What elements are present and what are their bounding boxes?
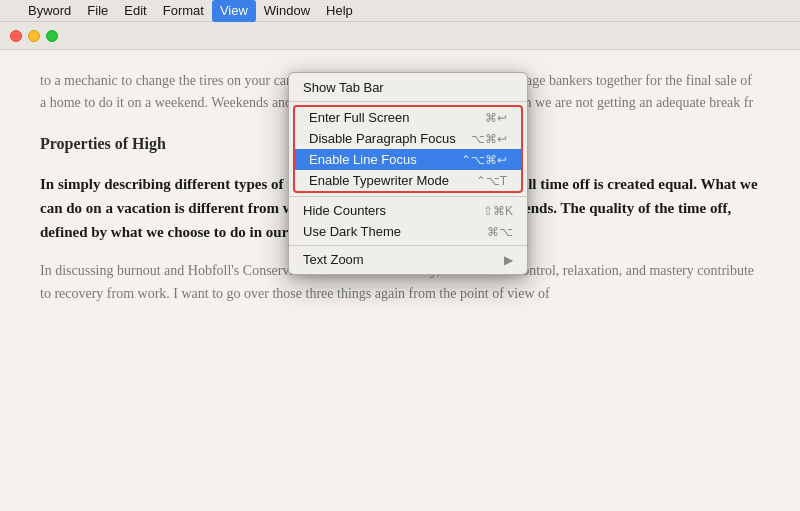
menubar-help[interactable]: Help [318, 0, 361, 22]
editor-content[interactable]: to a mechanic to change the tires on you… [0, 50, 800, 511]
maximize-button[interactable] [46, 30, 58, 42]
menu-item-typewriter-mode-shortcut: ⌃⌥T [476, 174, 507, 188]
menu-item-text-zoom-arrow: ▶ [504, 253, 513, 267]
titlebar [0, 22, 800, 50]
bordered-menu-section: Enter Full Screen ⌘↩ Disable Paragraph F… [293, 105, 523, 193]
menu-item-enable-line-focus-label: Enable Line Focus [309, 152, 417, 167]
view-menu-dropdown[interactable]: Show Tab Bar Enter Full Screen ⌘↩ [288, 72, 528, 275]
menu-item-disable-para-focus-shortcut: ⌥⌘↩ [471, 132, 507, 146]
menubar: Byword File Edit Format View Window Help [0, 0, 800, 22]
menu-item-show-tab-bar-label: Show Tab Bar [303, 80, 384, 95]
minimize-button[interactable] [28, 30, 40, 42]
menu-item-hide-counters-label: Hide Counters [303, 203, 386, 218]
menubar-edit[interactable]: Edit [116, 0, 154, 22]
menu-separator-1 [289, 101, 527, 102]
menubar-view[interactable]: View [212, 0, 256, 22]
close-button[interactable] [10, 30, 22, 42]
menu-item-enable-line-focus[interactable]: Enable Line Focus ⌃⌥⌘↩ [295, 149, 521, 170]
menu-item-fullscreen[interactable]: Enter Full Screen ⌘↩ [295, 107, 521, 128]
menu-separator-2 [289, 196, 527, 197]
menu-item-show-tab-bar[interactable]: Show Tab Bar [289, 77, 527, 98]
menu-item-dark-theme-label: Use Dark Theme [303, 224, 401, 239]
app-window: Byword File Edit Format View Window Help… [0, 0, 800, 511]
menubar-window[interactable]: Window [256, 0, 318, 22]
menu-item-typewriter-mode[interactable]: Enable Typewriter Mode ⌃⌥T [295, 170, 521, 191]
menu-item-fullscreen-label: Enter Full Screen [309, 110, 409, 125]
menu-separator-3 [289, 245, 527, 246]
menu-item-text-zoom[interactable]: Text Zoom ▶ [289, 249, 527, 270]
menu-item-disable-para-focus[interactable]: Disable Paragraph Focus ⌥⌘↩ [295, 128, 521, 149]
menu-item-dark-theme[interactable]: Use Dark Theme ⌘⌥ [289, 221, 527, 242]
menu-item-disable-para-focus-label: Disable Paragraph Focus [309, 131, 456, 146]
menubar-byword[interactable]: Byword [20, 0, 79, 22]
traffic-lights [10, 30, 58, 42]
menu-item-fullscreen-shortcut: ⌘↩ [485, 111, 507, 125]
menubar-format[interactable]: Format [155, 0, 212, 22]
menu-item-hide-counters-shortcut: ⇧⌘K [483, 204, 513, 218]
menu-item-enable-line-focus-shortcut: ⌃⌥⌘↩ [461, 153, 507, 167]
menubar-file[interactable]: File [79, 0, 116, 22]
menu-item-typewriter-mode-label: Enable Typewriter Mode [309, 173, 449, 188]
menu-item-text-zoom-label: Text Zoom [303, 252, 364, 267]
menu-item-dark-theme-shortcut: ⌘⌥ [487, 225, 513, 239]
menu-item-hide-counters[interactable]: Hide Counters ⇧⌘K [289, 200, 527, 221]
